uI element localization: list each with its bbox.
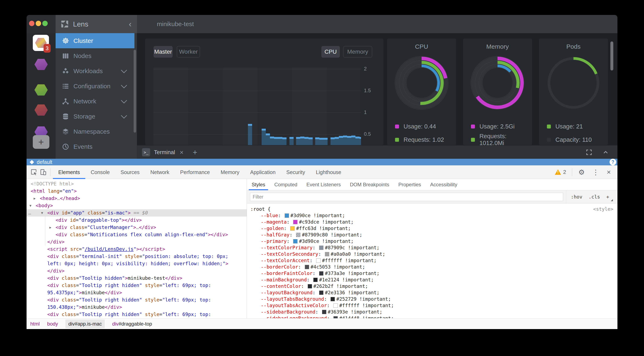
element-classes-button[interactable]: .cls [588, 194, 600, 199]
css-variable-row[interactable]: --contentColor: #262b2f !important; [250, 283, 615, 290]
devtools-tab-performance[interactable]: Performance [175, 165, 215, 179]
terminal-tab-label[interactable]: Terminal [154, 149, 175, 156]
styles-tab-event-listeners[interactable]: Event Listeners [302, 179, 345, 190]
css-variable-row[interactable]: --borderFaintColor: #373a3e !important; [250, 270, 615, 277]
styles-tab-computed[interactable]: Computed [270, 179, 302, 190]
window-zoom-button[interactable] [42, 21, 48, 26]
color-swatch[interactable] [313, 278, 318, 282]
window-close-button[interactable] [29, 21, 34, 26]
css-variable-row[interactable]: --layoutTabsBackground: #252729 !importa… [250, 296, 615, 302]
color-swatch[interactable] [319, 291, 324, 295]
color-swatch[interactable] [334, 303, 338, 308]
styles-tab-properties[interactable]: Properties [394, 179, 426, 190]
help-icon[interactable]: ? [610, 159, 616, 165]
metric-tab-cpu[interactable]: CPU [322, 46, 340, 58]
rule-selector[interactable]: :root { [250, 206, 270, 212]
dom-tree-row[interactable]: <div class="Tooltip right hidden" style=… [26, 311, 247, 318]
sidebar-item-storage[interactable]: Storage [56, 109, 134, 124]
dom-tree-row[interactable]: 150.438px;">minikube</div> [26, 304, 247, 311]
breadcrumb-item[interactable]: div#app.is-mac [65, 320, 104, 328]
color-swatch[interactable] [293, 220, 298, 224]
color-swatch[interactable] [319, 271, 324, 276]
dom-tree-row[interactable]: <div class="Tooltip hidden">minikube-tes… [26, 275, 247, 282]
pseudo-state-button[interactable]: :hov [571, 194, 582, 199]
devtools-tab-security[interactable]: Security [281, 165, 310, 179]
cluster-avatar[interactable] [34, 84, 48, 96]
cluster-avatar-active[interactable]: 3 [33, 35, 49, 51]
css-variable-row[interactable]: --halfGray: #87909c80 !important; [250, 232, 615, 238]
node-tab-worker[interactable]: Worker [177, 46, 200, 58]
css-variable-row[interactable]: --layoutBackground: #2e3136 !important; [250, 290, 615, 296]
dom-tree-row[interactable]: <div class="Tooltip right hidden" style=… [26, 282, 247, 289]
console-warnings[interactable]: 2 [555, 169, 566, 175]
styles-tab-dom-breakpoints[interactable]: DOM Breakpoints [346, 179, 394, 190]
dom-tree-row[interactable]: ▼…<div id="app" class="is-mac"> == $0 [26, 209, 247, 216]
styles-filter-input[interactable] [250, 193, 563, 201]
window-minimize-button[interactable] [36, 21, 41, 26]
sidebar-item-namespaces[interactable]: Namespaces [56, 124, 134, 139]
css-variable-row[interactable]: --layoutTabsActiveColor: #ffffff !import… [250, 302, 615, 309]
device-toolbar-icon[interactable] [38, 168, 48, 177]
devtools-close-icon[interactable]: × [603, 168, 614, 176]
new-style-rule-button[interactable]: + [606, 194, 609, 199]
sidebar-item-network[interactable]: Network [56, 94, 134, 109]
dom-tree-row[interactable]: <html lang="en"> [26, 187, 247, 195]
dom-tree-row[interactable]: </div> [26, 267, 247, 275]
dom-tree-row[interactable]: <div class="terminal-init" style="positi… [26, 253, 247, 260]
metric-tab-memory[interactable]: Memory [343, 46, 372, 58]
sidebar-item-configuration[interactable]: Configuration [56, 79, 134, 94]
color-swatch[interactable] [330, 297, 335, 301]
color-swatch[interactable] [316, 258, 320, 263]
color-swatch[interactable] [285, 213, 289, 218]
breadcrumb-item[interactable]: div#draggable-top [112, 320, 152, 328]
tree-collapsed-arrow-icon[interactable]: ▶ [50, 224, 52, 231]
devtools-tab-sources[interactable]: Sources [115, 165, 145, 179]
dom-tree-row[interactable]: <div class="Tooltip right hidden" style=… [26, 296, 247, 304]
color-swatch[interactable] [305, 265, 309, 269]
terminal-add-icon[interactable]: + [193, 148, 197, 157]
css-variable-row[interactable]: --magenta: #c93dce !important; [250, 219, 615, 225]
dom-tree-row[interactable]: <div id="draggable-top"></div> [26, 216, 247, 224]
dom-tree-row[interactable]: <div class="Notifications flex column al… [26, 231, 247, 238]
devtools-tab-console[interactable]: Console [85, 165, 115, 179]
css-variable-row[interactable]: --borderColor: #4c5053 !important; [250, 264, 615, 270]
css-variable-row[interactable]: --sidebarLogoBackground: #414448 !import… [250, 315, 615, 318]
devtools-tab-network[interactable]: Network [145, 165, 175, 179]
styles-tab-accessibility[interactable]: Accessibility [426, 179, 462, 190]
row-menu-dots-icon[interactable]: … [28, 209, 31, 216]
css-variable-row[interactable]: --textColorPrimary: #87909c !important; [250, 244, 615, 251]
css-variable-row[interactable]: --blue: #3d90ce !important; [250, 212, 615, 219]
color-swatch[interactable] [290, 226, 294, 231]
dock-collapse-icon[interactable] [602, 149, 609, 156]
sidebar-item-events[interactable]: Events [56, 139, 134, 154]
node-tab-master[interactable]: Master [154, 46, 172, 58]
settings-gear-icon[interactable]: ⚙ [575, 168, 588, 176]
css-variable-row[interactable]: --golden: #ffc63d !important; [250, 225, 615, 232]
color-swatch[interactable] [325, 252, 329, 256]
css-variable-row[interactable]: --textColorAccent: #ffffff !important; [250, 257, 615, 264]
color-swatch[interactable] [308, 284, 312, 288]
dom-tree-row[interactable]: left: 0px; height: 0px; visibility: hidd… [26, 260, 247, 267]
dom-tree-row[interactable]: ▼<body> [26, 202, 247, 209]
tree-expanded-arrow-icon[interactable]: ▼ [30, 202, 32, 209]
devtools-tab-elements[interactable]: Elements [53, 165, 85, 179]
styles-tab-styles[interactable]: Styles [247, 179, 270, 190]
cluster-avatar[interactable] [34, 59, 48, 70]
tree-collapsed-arrow-icon[interactable]: ▶ [34, 195, 36, 202]
tree-expanded-arrow-icon[interactable]: ▼ [41, 209, 43, 216]
dom-tree-row[interactable]: <script src="/build/LensDev.js"></script… [26, 246, 247, 253]
dom-tree-row[interactable]: </div> [26, 238, 247, 246]
css-variable-row[interactable]: --sidebarBackground: #36393e !important; [250, 309, 615, 315]
dom-tree-row[interactable]: ▶<div class="ClusterManager">…</div> [26, 224, 247, 231]
rule-source[interactable]: <style> [593, 206, 615, 212]
devtools-tab-application[interactable]: Application [245, 165, 281, 179]
color-swatch[interactable] [322, 310, 326, 314]
breadcrumb-item[interactable]: html [30, 320, 40, 328]
color-swatch[interactable] [293, 239, 298, 243]
sidebar-item-workloads[interactable]: Workloads [56, 63, 134, 79]
dom-tree-row[interactable]: ▶<head>…</head> [26, 195, 247, 202]
color-swatch[interactable] [296, 233, 300, 237]
color-swatch[interactable] [334, 316, 338, 318]
dom-tree-row[interactable]: <!DOCTYPE html> [26, 180, 247, 187]
sidebar-item-nodes[interactable]: Nodes [56, 48, 134, 63]
